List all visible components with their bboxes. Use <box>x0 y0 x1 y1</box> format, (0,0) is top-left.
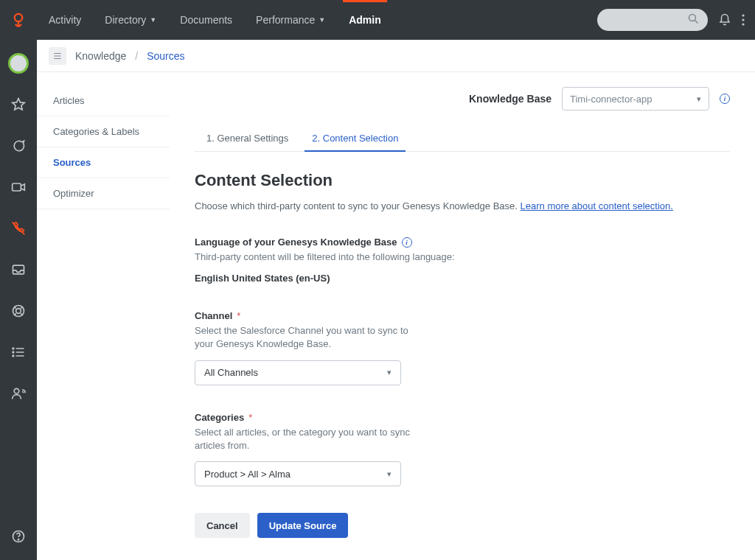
categories-field: Categories * Select all articles, or the… <box>195 412 416 486</box>
topbar-right <box>597 9 755 31</box>
topnav-performance[interactable]: Performance ▼ <box>244 0 337 40</box>
svg-point-2 <box>742 14 744 16</box>
info-icon[interactable]: i <box>720 94 730 104</box>
learn-more-link[interactable]: Learn more about content selection. <box>521 200 673 211</box>
kb-label: Knowledge Base <box>469 93 552 105</box>
cancel-button[interactable]: Cancel <box>195 513 250 538</box>
chevron-down-icon: ▾ <box>697 94 701 104</box>
tab-label: 1. General Settings <box>206 133 288 144</box>
update-source-button[interactable]: Update Source <box>257 513 349 538</box>
main-area: Knowledge / Sources Articles Categories … <box>37 40 755 560</box>
tab-label: 2. Content Selection <box>312 133 398 144</box>
categories-select[interactable]: Product > All > Alma ▾ <box>195 461 401 486</box>
kb-select-value: Timi-connector-app <box>570 94 653 105</box>
required-marker: * <box>248 412 252 423</box>
topnav-directory[interactable]: Directory ▼ <box>93 0 168 40</box>
svg-point-10 <box>13 355 14 357</box>
caret-down-icon: ▼ <box>319 16 325 24</box>
page-description: Choose which third-party content to sync… <box>195 200 730 211</box>
language-field: Language of your Genesys Knowledge Base … <box>195 237 563 284</box>
search-icon <box>688 13 699 27</box>
topnav-admin[interactable]: Admin <box>337 0 393 40</box>
subnav-toggle-icon[interactable] <box>49 47 66 65</box>
innernav-label: Articles <box>53 95 85 106</box>
topnav-label: Documents <box>180 14 232 26</box>
topnav-label: Directory <box>105 14 146 26</box>
channel-label: Channel <box>195 310 232 321</box>
innernav-sources[interactable]: Sources <box>37 147 170 178</box>
svg-point-4 <box>742 23 744 25</box>
svg-point-0 <box>15 14 22 21</box>
breadcrumb-current: Sources <box>147 50 184 62</box>
rail-video-icon[interactable] <box>11 177 26 197</box>
tab-content-selection[interactable]: 2. Content Selection <box>310 125 400 151</box>
innernav-optimizer[interactable]: Optimizer <box>37 178 170 209</box>
breadcrumb-root[interactable]: Knowledge <box>75 50 126 62</box>
user-avatar[interactable] <box>8 53 29 74</box>
channel-help: Select the Salesforce Channel you want t… <box>195 324 416 351</box>
kb-selector-row: Knowledge Base Timi-connector-app ▾ i <box>195 87 730 111</box>
chevron-down-icon: ▾ <box>387 469 392 479</box>
categories-help: Select all articles, or the category you… <box>195 426 416 452</box>
rail-chat-icon[interactable] <box>11 136 26 156</box>
topnav-activity[interactable]: Activity <box>37 0 93 40</box>
topnav: Activity Directory ▼ Documents Performan… <box>37 0 393 40</box>
svg-point-7 <box>16 309 21 314</box>
language-value: English United States (en-US) <box>195 273 563 284</box>
svg-point-3 <box>742 18 744 21</box>
topnav-documents[interactable]: Documents <box>168 0 244 40</box>
caret-down-icon: ▼ <box>150 16 156 24</box>
innernav-label: Optimizer <box>53 188 94 199</box>
svg-point-8 <box>13 348 14 349</box>
channel-select-value: All Channels <box>204 367 258 378</box>
notifications-icon[interactable] <box>718 13 731 27</box>
innernav-label: Sources <box>53 157 91 168</box>
rail-agent-icon[interactable] <box>11 383 26 404</box>
svg-rect-5 <box>13 183 21 191</box>
tab-general-settings[interactable]: 1. General Settings <box>205 125 290 151</box>
channel-field: Channel * Select the Salesforce Channel … <box>195 310 416 385</box>
topbar: Activity Directory ▼ Documents Performan… <box>0 0 755 40</box>
svg-point-9 <box>13 351 14 353</box>
rail-favorites-icon[interactable] <box>11 94 26 115</box>
kb-select[interactable]: Timi-connector-app ▾ <box>562 87 709 111</box>
info-icon[interactable]: i <box>402 237 412 248</box>
breadcrumb-bar: Knowledge / Sources <box>37 40 755 72</box>
rail-inbox-icon[interactable] <box>11 259 26 280</box>
innernav-label: Categories & Labels <box>53 126 139 137</box>
language-help: Third-party content will be filtered int… <box>195 251 563 264</box>
chevron-down-icon: ▾ <box>387 368 392 377</box>
channel-select[interactable]: All Channels ▾ <box>195 360 401 385</box>
required-marker: * <box>237 310 240 321</box>
categories-select-value: Product > All > Alma <box>204 469 290 480</box>
innernav-categories-labels[interactable]: Categories & Labels <box>37 116 170 147</box>
rail-lifebuoy-icon[interactable] <box>11 301 26 321</box>
more-vertical-icon[interactable] <box>742 14 745 26</box>
svg-point-11 <box>14 388 19 393</box>
categories-label: Categories <box>195 412 244 423</box>
rail-help-icon[interactable] <box>11 526 26 547</box>
breadcrumb-separator: / <box>135 50 138 62</box>
content-panel: Knowledge Base Timi-connector-app ▾ i 1.… <box>170 72 755 560</box>
svg-point-1 <box>689 14 696 21</box>
topnav-label: Activity <box>49 14 81 26</box>
topnav-label: Admin <box>349 14 381 26</box>
side-rail <box>0 40 37 560</box>
inner-nav: Articles Categories & Labels Sources Opt… <box>37 72 170 560</box>
brand-logo-icon[interactable] <box>0 12 37 28</box>
language-label: Language of your Genesys Knowledge Base <box>195 237 397 248</box>
global-search[interactable] <box>597 9 708 31</box>
page-title: Content Selection <box>195 171 730 190</box>
rail-phone-icon[interactable] <box>11 218 26 239</box>
page-description-text: Choose which third-party content to sync… <box>195 200 521 211</box>
action-buttons: Cancel Update Source <box>195 513 730 538</box>
innernav-articles[interactable]: Articles <box>37 85 170 116</box>
topnav-label: Performance <box>256 14 315 26</box>
wizard-tabs: 1. General Settings 2. Content Selection <box>195 125 730 152</box>
rail-list-icon[interactable] <box>11 342 26 363</box>
svg-point-13 <box>18 539 18 540</box>
